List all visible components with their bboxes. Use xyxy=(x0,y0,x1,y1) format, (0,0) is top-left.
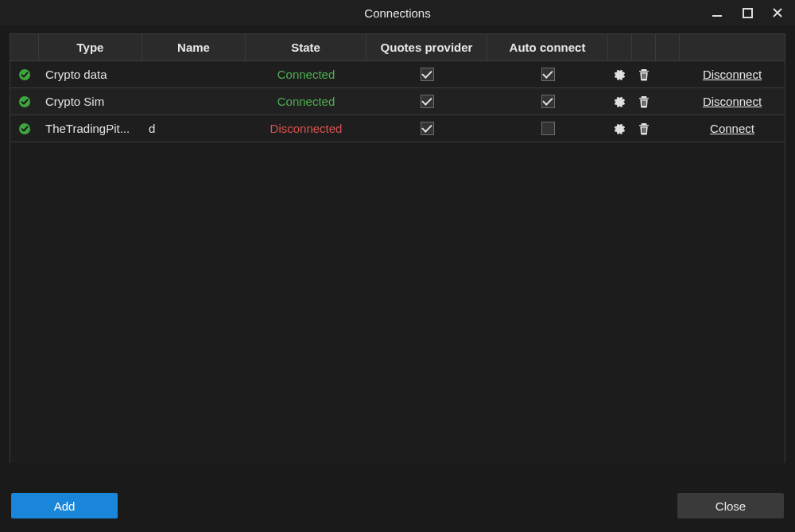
state-cell: Disconnected xyxy=(246,122,366,135)
delete-button[interactable] xyxy=(638,68,650,81)
connections-table: Type Name State Quotes provider Auto con… xyxy=(10,33,785,463)
status-ok-icon xyxy=(18,95,31,108)
col-action[interactable] xyxy=(680,34,785,60)
close-icon xyxy=(772,7,783,18)
type-cell: Crypto Sim xyxy=(39,95,142,108)
gear-icon xyxy=(615,122,626,135)
col-state[interactable]: State xyxy=(246,34,366,60)
state-cell: Connected xyxy=(246,95,366,108)
minimize-button[interactable] xyxy=(709,5,725,21)
svg-rect-5 xyxy=(642,73,643,79)
quotes-cell xyxy=(366,122,487,135)
table-row[interactable]: Crypto data Connected xyxy=(10,61,785,88)
titlebar: Connections xyxy=(0,0,795,25)
trash-icon xyxy=(638,95,650,108)
action-cell: Disconnect xyxy=(680,95,785,108)
settings-cell xyxy=(608,122,632,135)
window-title: Connections xyxy=(0,6,795,20)
settings-button[interactable] xyxy=(615,68,626,81)
col-type[interactable]: Type xyxy=(39,34,142,60)
close-button[interactable]: Close xyxy=(677,493,784,518)
action-link[interactable]: Connect xyxy=(686,122,778,135)
action-link[interactable]: Disconnect xyxy=(686,95,778,108)
auto-cell xyxy=(487,68,608,81)
table-row[interactable]: TheTradingPit... d Disconnected xyxy=(10,115,785,142)
minimize-icon xyxy=(712,7,723,18)
svg-rect-0 xyxy=(712,15,722,17)
auto-checkbox[interactable] xyxy=(541,68,555,81)
delete-cell xyxy=(632,122,656,135)
auto-cell xyxy=(487,95,608,108)
svg-rect-15 xyxy=(645,127,646,133)
window-controls xyxy=(709,5,795,21)
quotes-cell xyxy=(366,95,487,108)
col-blank[interactable] xyxy=(656,34,680,60)
table-empty-area xyxy=(10,142,785,463)
auto-checkbox[interactable] xyxy=(541,122,555,135)
quotes-checkbox[interactable] xyxy=(421,122,434,135)
svg-rect-1 xyxy=(743,9,752,17)
auto-checkbox[interactable] xyxy=(541,95,555,108)
svg-rect-10 xyxy=(643,100,644,106)
status-cell xyxy=(10,68,39,81)
auto-cell xyxy=(487,122,608,135)
col-status[interactable] xyxy=(10,34,39,60)
state-cell: Connected xyxy=(246,68,366,81)
quotes-cell xyxy=(366,68,487,81)
settings-button[interactable] xyxy=(615,122,626,135)
table-row[interactable]: Crypto Sim Connected xyxy=(10,88,785,115)
action-link[interactable]: Disconnect xyxy=(686,68,778,81)
gear-icon xyxy=(615,95,626,108)
name-cell: d xyxy=(142,122,246,135)
close-window-button[interactable] xyxy=(770,5,785,21)
col-trash[interactable] xyxy=(632,34,656,60)
delete-cell xyxy=(632,68,656,81)
maximize-icon xyxy=(743,8,753,18)
add-button[interactable]: Add xyxy=(11,493,118,518)
type-cell: TheTradingPit... xyxy=(39,122,142,135)
settings-button[interactable] xyxy=(615,95,626,108)
delete-cell xyxy=(632,95,656,108)
action-cell: Disconnect xyxy=(680,68,785,81)
status-cell xyxy=(10,122,39,135)
table-container: Type Name State Quotes provider Auto con… xyxy=(0,25,795,484)
delete-button[interactable] xyxy=(638,122,650,135)
table-header: Type Name State Quotes provider Auto con… xyxy=(10,34,785,61)
quotes-checkbox[interactable] xyxy=(421,95,434,108)
svg-rect-11 xyxy=(645,100,646,106)
status-ok-icon xyxy=(18,122,31,135)
type-cell: Crypto data xyxy=(39,68,142,81)
col-gear[interactable] xyxy=(608,34,632,60)
status-ok-icon xyxy=(18,68,31,81)
svg-rect-9 xyxy=(642,100,643,106)
col-quotes[interactable]: Quotes provider xyxy=(366,34,487,60)
col-auto[interactable]: Auto connect xyxy=(487,34,608,60)
svg-rect-14 xyxy=(643,127,644,133)
gear-icon xyxy=(615,68,626,81)
settings-cell xyxy=(608,95,632,108)
quotes-checkbox[interactable] xyxy=(421,68,434,81)
svg-rect-7 xyxy=(645,73,646,79)
svg-rect-13 xyxy=(642,127,643,133)
footer: Add Close xyxy=(0,484,795,532)
trash-icon xyxy=(638,122,650,135)
status-cell xyxy=(10,95,39,108)
action-cell: Connect xyxy=(680,122,785,135)
settings-cell xyxy=(608,68,632,81)
trash-icon xyxy=(638,68,650,81)
svg-rect-6 xyxy=(643,73,644,79)
col-name[interactable]: Name xyxy=(142,34,246,60)
delete-button[interactable] xyxy=(638,95,650,108)
maximize-button[interactable] xyxy=(739,5,755,21)
